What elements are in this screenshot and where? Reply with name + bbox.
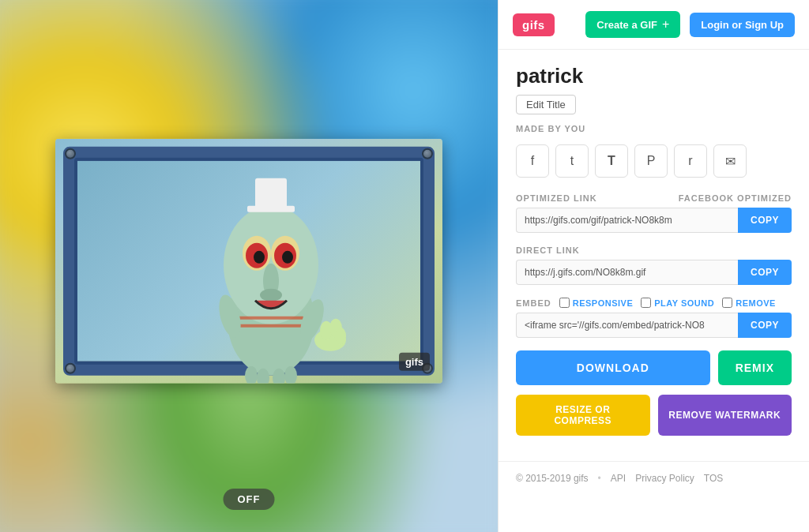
email-icon: ✉ bbox=[725, 154, 736, 169]
optimized-link-section: OPTIMIZED LINK FACEBOOK OPTIMIZED COPY bbox=[516, 193, 792, 233]
action-row: DOWNLOAD REMIX bbox=[516, 350, 792, 385]
privacy-link[interactable]: Privacy Policy bbox=[635, 473, 694, 484]
twitter-icon: t bbox=[570, 154, 574, 168]
watermark-button[interactable]: REMOVE WATERMARK bbox=[658, 395, 792, 436]
twitter-share-button[interactable]: t bbox=[555, 144, 589, 178]
squidward-illustration bbox=[160, 163, 382, 384]
pinterest-share-button[interactable]: P bbox=[634, 144, 668, 178]
reddit-share-button[interactable]: r bbox=[674, 144, 707, 178]
pinterest-icon: P bbox=[647, 154, 656, 168]
email-share-button[interactable]: ✉ bbox=[713, 144, 747, 178]
embed-label: EMBED bbox=[516, 298, 551, 308]
footer-dot: • bbox=[598, 473, 601, 484]
play-sound-checkbox[interactable] bbox=[641, 298, 651, 308]
off-toggle[interactable]: OFF bbox=[224, 489, 275, 510]
direct-link-input[interactable] bbox=[516, 260, 738, 285]
create-gif-label: Create a GIF bbox=[596, 19, 657, 31]
copyright-text: © 2015-2019 gifs bbox=[516, 473, 589, 484]
resize-button[interactable]: RESIZE OR COMPRESS bbox=[516, 395, 650, 436]
remove-checkbox[interactable] bbox=[722, 298, 732, 308]
create-gif-plus-icon: + bbox=[662, 17, 669, 32]
header: gifs Create a GIF + Login or Sign Up bbox=[499, 0, 809, 50]
login-button[interactable]: Login or Sign Up bbox=[690, 13, 795, 37]
svg-point-23 bbox=[335, 328, 346, 345]
api-link[interactable]: API bbox=[611, 473, 626, 484]
svg-rect-16 bbox=[238, 317, 304, 320]
bolt-bottomleft bbox=[65, 363, 76, 374]
bottom-row: RESIZE OR COMPRESS REMOVE WATERMARK bbox=[516, 395, 792, 436]
gif-content bbox=[55, 139, 442, 384]
download-button[interactable]: DOWNLOAD bbox=[516, 350, 710, 385]
embed-link-input[interactable] bbox=[516, 313, 738, 338]
svg-point-9 bbox=[260, 289, 282, 302]
svg-point-7 bbox=[282, 251, 293, 264]
svg-point-6 bbox=[254, 251, 265, 264]
copy-optimized-button[interactable]: COPY bbox=[738, 208, 792, 233]
optimized-link-input[interactable] bbox=[516, 208, 738, 233]
made-by-label: MADE BY YOU bbox=[516, 124, 792, 133]
reddit-icon: r bbox=[688, 154, 692, 168]
facebook-icon: f bbox=[531, 154, 534, 168]
svg-rect-17 bbox=[238, 324, 304, 328]
tos-link[interactable]: TOS bbox=[704, 473, 723, 484]
bolt-topright bbox=[422, 148, 433, 159]
direct-link-label: DIRECT LINK bbox=[516, 245, 580, 255]
play-sound-checkbox-item[interactable]: PLAY SOUND bbox=[641, 298, 714, 308]
remix-button[interactable]: REMIX bbox=[718, 350, 792, 385]
main-content: patrick Edit Title MADE BY YOU f t T P r… bbox=[499, 50, 809, 461]
responsive-label: RESPONSIVE bbox=[573, 298, 634, 308]
embed-section: EMBED RESPONSIVE PLAY SOUND REMOVE COPY bbox=[516, 298, 792, 338]
tumblr-icon: T bbox=[608, 154, 615, 168]
copy-embed-button[interactable]: COPY bbox=[738, 313, 792, 338]
remove-checkbox-item[interactable]: REMOVE bbox=[722, 298, 776, 308]
facebook-share-button[interactable]: f bbox=[516, 144, 549, 178]
social-row: f t T P r ✉ bbox=[516, 144, 792, 178]
tumblr-share-button[interactable]: T bbox=[595, 144, 628, 178]
bolt-topleft bbox=[65, 148, 76, 159]
gif-frame: gifs bbox=[55, 139, 442, 384]
optimized-link-label: OPTIMIZED LINK bbox=[516, 193, 597, 203]
svg-rect-11 bbox=[255, 178, 287, 208]
create-gif-button[interactable]: Create a GIF + bbox=[585, 11, 680, 38]
direct-link-section: DIRECT LINK COPY bbox=[516, 245, 792, 285]
facebook-optimized-label: FACEBOOK OPTIMIZED bbox=[679, 193, 792, 203]
gif-title: patrick bbox=[516, 64, 792, 88]
responsive-checkbox-item[interactable]: RESPONSIVE bbox=[559, 298, 634, 308]
remove-label: REMOVE bbox=[736, 298, 776, 308]
copy-direct-button[interactable]: COPY bbox=[738, 260, 792, 285]
responsive-checkbox[interactable] bbox=[559, 298, 570, 308]
edit-title-button[interactable]: Edit Title bbox=[516, 95, 576, 114]
right-panel: gifs Create a GIF + Login or Sign Up pat… bbox=[498, 0, 809, 532]
gifs-logo: gifs bbox=[513, 13, 555, 36]
left-panel: gifs OFF bbox=[0, 0, 498, 532]
play-sound-label: PLAY SOUND bbox=[654, 298, 714, 308]
gifs-watermark: gifs bbox=[399, 353, 430, 371]
footer: © 2015-2019 gifs • API Privacy Policy TO… bbox=[499, 461, 809, 495]
